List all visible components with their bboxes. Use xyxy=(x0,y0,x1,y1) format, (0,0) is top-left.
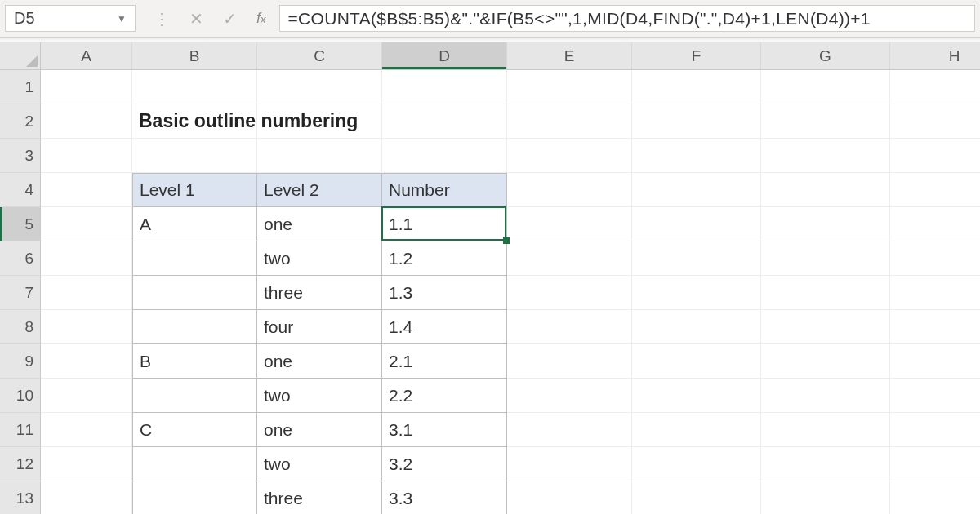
cell-A2[interactable] xyxy=(41,104,132,139)
cell-H5[interactable] xyxy=(890,207,980,241)
table-cell-D6[interactable]: 1.2 xyxy=(382,241,507,276)
cell-E7[interactable] xyxy=(507,276,632,310)
name-box[interactable]: D5 ▼ xyxy=(5,5,136,32)
table-cell-C7[interactable]: three xyxy=(257,276,382,310)
table-cell-C9[interactable]: one xyxy=(257,344,382,379)
row-header-11[interactable]: 11 xyxy=(0,413,41,447)
cell-A9[interactable] xyxy=(41,344,132,379)
page-title[interactable]: Basic outline numbering xyxy=(132,104,507,139)
column-header-E[interactable]: E xyxy=(507,42,632,70)
cell-F13[interactable] xyxy=(632,481,761,514)
column-header-F[interactable]: F xyxy=(632,42,761,70)
cell-H12[interactable] xyxy=(890,447,980,481)
table-cell-C10[interactable]: two xyxy=(257,379,382,413)
row-header-3[interactable]: 3 xyxy=(0,139,41,173)
cell-H9[interactable] xyxy=(890,344,980,379)
cell-E6[interactable] xyxy=(507,241,632,276)
enter-icon[interactable]: ✓ xyxy=(223,9,237,29)
cell-A6[interactable] xyxy=(41,241,132,276)
cell-G9[interactable] xyxy=(761,344,890,379)
cell-G1[interactable] xyxy=(761,70,890,104)
cell-E13[interactable] xyxy=(507,481,632,514)
cell-G10[interactable] xyxy=(761,379,890,413)
cell-B1[interactable] xyxy=(132,70,257,104)
cell-F1[interactable] xyxy=(632,70,761,104)
table-cell-B7[interactable] xyxy=(132,276,257,310)
column-header-D[interactable]: D xyxy=(382,42,507,70)
table-cell-B5[interactable]: A xyxy=(132,207,257,241)
fill-handle[interactable] xyxy=(503,237,510,244)
select-all-corner[interactable] xyxy=(0,42,41,70)
cell-F7[interactable] xyxy=(632,276,761,310)
table-cell-B8[interactable] xyxy=(132,310,257,344)
cell-H1[interactable] xyxy=(890,70,980,104)
cell-D1[interactable] xyxy=(382,70,507,104)
chevron-down-icon[interactable]: ▼ xyxy=(117,13,127,24)
cell-F11[interactable] xyxy=(632,413,761,447)
cell-F9[interactable] xyxy=(632,344,761,379)
column-header-A[interactable]: A xyxy=(41,42,132,70)
table-cell-C6[interactable]: two xyxy=(257,241,382,276)
table-cell-D13[interactable]: 3.3 xyxy=(382,481,507,514)
table-header-D[interactable]: Number xyxy=(382,173,507,207)
cell-A8[interactable] xyxy=(41,310,132,344)
cell-E12[interactable] xyxy=(507,447,632,481)
cell-G11[interactable] xyxy=(761,413,890,447)
cell-A7[interactable] xyxy=(41,276,132,310)
table-cell-D9[interactable]: 2.1 xyxy=(382,344,507,379)
row-header-9[interactable]: 9 xyxy=(0,344,41,379)
column-header-H[interactable]: H xyxy=(890,42,980,70)
table-cell-B11[interactable]: C xyxy=(132,413,257,447)
cell-E9[interactable] xyxy=(507,344,632,379)
table-cell-D7[interactable]: 1.3 xyxy=(382,276,507,310)
cell-B3[interactable] xyxy=(132,139,257,173)
cell-A12[interactable] xyxy=(41,447,132,481)
cell-H2[interactable] xyxy=(890,104,980,139)
cell-D3[interactable] xyxy=(382,139,507,173)
cell-C3[interactable] xyxy=(257,139,382,173)
expand-icon[interactable]: ⋮ xyxy=(154,9,170,29)
cell-E11[interactable] xyxy=(507,413,632,447)
cell-F5[interactable] xyxy=(632,207,761,241)
cell-E3[interactable] xyxy=(507,139,632,173)
cell-H8[interactable] xyxy=(890,310,980,344)
cell-G8[interactable] xyxy=(761,310,890,344)
row-header-12[interactable]: 12 xyxy=(0,447,41,481)
cell-C1[interactable] xyxy=(257,70,382,104)
cell-F8[interactable] xyxy=(632,310,761,344)
row-header-13[interactable]: 13 xyxy=(0,481,41,514)
table-cell-B12[interactable] xyxy=(132,447,257,481)
cell-G6[interactable] xyxy=(761,241,890,276)
cell-F4[interactable] xyxy=(632,173,761,207)
table-cell-C8[interactable]: four xyxy=(257,310,382,344)
cell-H3[interactable] xyxy=(890,139,980,173)
column-header-B[interactable]: B xyxy=(132,42,257,70)
table-cell-D12[interactable]: 3.2 xyxy=(382,447,507,481)
row-header-10[interactable]: 10 xyxy=(0,379,41,413)
cell-E1[interactable] xyxy=(507,70,632,104)
table-cell-C11[interactable]: one xyxy=(257,413,382,447)
cell-F10[interactable] xyxy=(632,379,761,413)
table-cell-C12[interactable]: two xyxy=(257,447,382,481)
table-cell-C5[interactable]: one xyxy=(257,207,382,241)
row-header-6[interactable]: 6 xyxy=(0,241,41,276)
fx-icon[interactable]: fx xyxy=(256,10,266,27)
cell-A5[interactable] xyxy=(41,207,132,241)
cell-E4[interactable] xyxy=(507,173,632,207)
cell-E10[interactable] xyxy=(507,379,632,413)
column-header-C[interactable]: C xyxy=(257,42,382,70)
cell-A13[interactable] xyxy=(41,481,132,514)
cell-G2[interactable] xyxy=(761,104,890,139)
cancel-icon[interactable]: ✕ xyxy=(189,9,203,29)
table-cell-D8[interactable]: 1.4 xyxy=(382,310,507,344)
cell-A1[interactable] xyxy=(41,70,132,104)
cell-G3[interactable] xyxy=(761,139,890,173)
table-cell-B13[interactable] xyxy=(132,481,257,514)
table-cell-B10[interactable] xyxy=(132,379,257,413)
table-cell-D11[interactable]: 3.1 xyxy=(382,413,507,447)
cell-E2[interactable] xyxy=(507,104,632,139)
table-cell-B9[interactable]: B xyxy=(132,344,257,379)
cell-A11[interactable] xyxy=(41,413,132,447)
formula-input[interactable]: =COUNTA($B$5:B5)&"."&IF(B5<>"",1,MID(D4,… xyxy=(279,5,975,32)
cell-G7[interactable] xyxy=(761,276,890,310)
